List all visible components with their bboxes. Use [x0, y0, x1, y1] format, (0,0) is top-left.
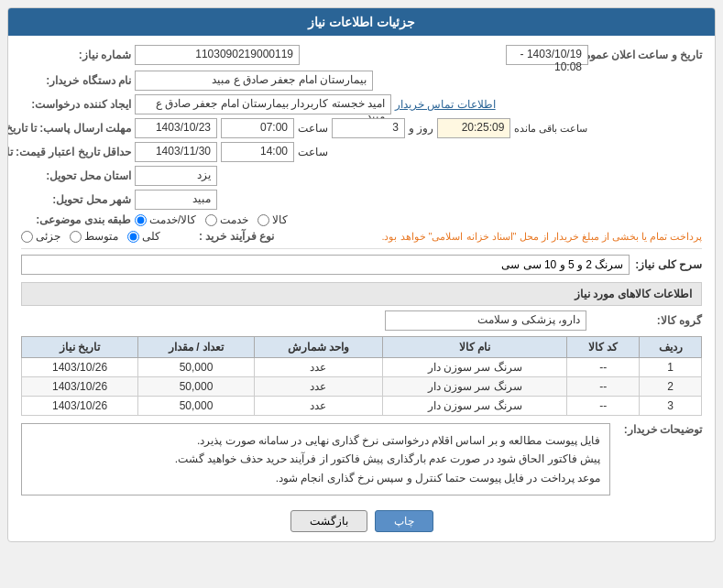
category-option-khedmat[interactable]: خدمت: [205, 213, 248, 226]
cell-row: 2: [640, 377, 702, 397]
buyer-value: بیمارستان امام جعفر صادق ع مبید: [135, 71, 373, 91]
need-desc-label: سرح کلی نیاز:: [635, 258, 702, 271]
cell-name: سرنگ سر سوزن دار: [382, 377, 567, 397]
col-name: نام کالا: [382, 337, 567, 358]
category-group: کالا/خدمت خدمت کالا: [135, 213, 288, 226]
cell-code: --: [567, 377, 640, 397]
reply-time-value: 07:00: [221, 118, 294, 138]
reply-day-label: روز و: [409, 122, 433, 135]
cell-date: 1403/10/26: [22, 397, 138, 416]
notes-label: توضیحات خریدار:: [610, 423, 702, 503]
cell-row: 3: [640, 397, 702, 416]
purchase-type-label: نوع فرآیند خرید :: [164, 230, 274, 243]
cell-code: --: [567, 358, 640, 377]
reply-day-value: 3: [332, 118, 405, 138]
buyer-label: نام دستگاه خریدار:: [21, 74, 131, 87]
purchase-type-koli[interactable]: کلی: [127, 230, 160, 243]
datetime-value: 1403/10/19 - 10:08: [506, 45, 588, 65]
city-label: شهر محل تحویل:: [21, 193, 131, 206]
datetime-label: تاریخ و ساعت اعلان عمومی:: [592, 49, 702, 61]
col-unit: واحد شمارش: [255, 337, 383, 358]
reply-remaining-label: ساعت باقی مانده: [514, 123, 587, 135]
purchase-type-motavaset[interactable]: متوسط: [70, 230, 118, 243]
validity-time-value: 14:00: [221, 142, 294, 162]
creator-label: ایجاد کننده درخواست:: [21, 98, 131, 111]
category-label: طبقه بندی موضوعی:: [21, 213, 131, 226]
back-button[interactable]: بازگشت: [290, 510, 367, 532]
reply-date-label: مهلت ارسال پاسب: تا تاریخ:: [21, 122, 131, 135]
cell-unit: عدد: [255, 358, 383, 377]
goods-section-title: اطلاعات کالاهای مورد نیاز: [21, 282, 702, 306]
col-qty: تعداد / مقدار: [138, 337, 255, 358]
group-kala-label: گروه کالا:: [592, 314, 702, 327]
col-code: کد کالا: [567, 337, 640, 358]
purchase-type-jozii[interactable]: جزئی: [21, 230, 60, 243]
cell-unit: عدد: [255, 377, 383, 397]
contact-link[interactable]: اطلاعات تماس خریدار: [395, 98, 496, 111]
col-row: ردیف: [640, 337, 702, 358]
province-label: استان محل تحویل:: [21, 169, 131, 182]
validity-time-label: ساعت: [298, 146, 328, 158]
reply-remaining-value: 20:25:09: [437, 118, 510, 138]
cell-unit: عدد: [255, 397, 383, 416]
validity-date-value: 1403/11/30: [135, 142, 217, 162]
city-value: مبید: [135, 190, 217, 210]
purchase-note: پرداخت تمام یا بخشی از مبلغ خریدار از مح…: [381, 231, 702, 243]
order-number-value: 1103090219000119: [135, 45, 300, 65]
cell-date: 1403/10/26: [22, 358, 138, 377]
reply-time-label: ساعت: [298, 122, 328, 135]
cell-name: سرنگ سر سوزن دار: [382, 358, 567, 377]
group-kala-value: دارو، پزشکی و سلامت: [385, 310, 586, 331]
cell-name: سرنگ سر سوزن دار: [382, 397, 567, 416]
page-title: جزئیات اطلاعات نیاز: [8, 8, 715, 36]
col-date: تاریخ نیاز: [22, 337, 138, 358]
table-row: 1 -- سرنگ سر سوزن دار عدد 50,000 1403/10…: [22, 358, 702, 377]
validity-date-label: حداقل تاریخ اعتبار قیمت: تا تاریخ:: [21, 146, 131, 158]
cell-code: --: [567, 397, 640, 416]
order-number-label: شماره نیاز:: [21, 49, 131, 61]
province-value: یزد: [135, 166, 217, 186]
table-row: 3 -- سرنگ سر سوزن دار عدد 50,000 1403/10…: [22, 397, 702, 416]
goods-table: ردیف کد کالا نام کالا واحد شمارش تعداد /…: [21, 336, 702, 416]
need-desc-input[interactable]: [21, 255, 630, 275]
cell-qty: 50,000: [138, 377, 255, 397]
purchase-type-group: جزئی متوسط کلی: [21, 230, 160, 243]
cell-row: 1: [640, 358, 702, 377]
cell-qty: 50,000: [138, 358, 255, 377]
table-row: 2 -- سرنگ سر سوزن دار عدد 50,000 1403/10…: [22, 377, 702, 397]
category-option-kala-khedmat[interactable]: کالا/خدمت: [135, 213, 196, 226]
notes-text: فایل پیوست مطالعه و بر اساس اقلام درخواس…: [21, 423, 610, 495]
cell-date: 1403/10/26: [22, 377, 138, 397]
category-option-kala[interactable]: کالا: [257, 213, 288, 226]
reply-date-value: 1403/10/23: [135, 118, 217, 138]
print-button[interactable]: چاپ: [375, 510, 433, 532]
cell-qty: 50,000: [138, 397, 255, 416]
creator-value: امید خجسته کاربردار بیمارستان امام جعفر …: [135, 94, 391, 114]
